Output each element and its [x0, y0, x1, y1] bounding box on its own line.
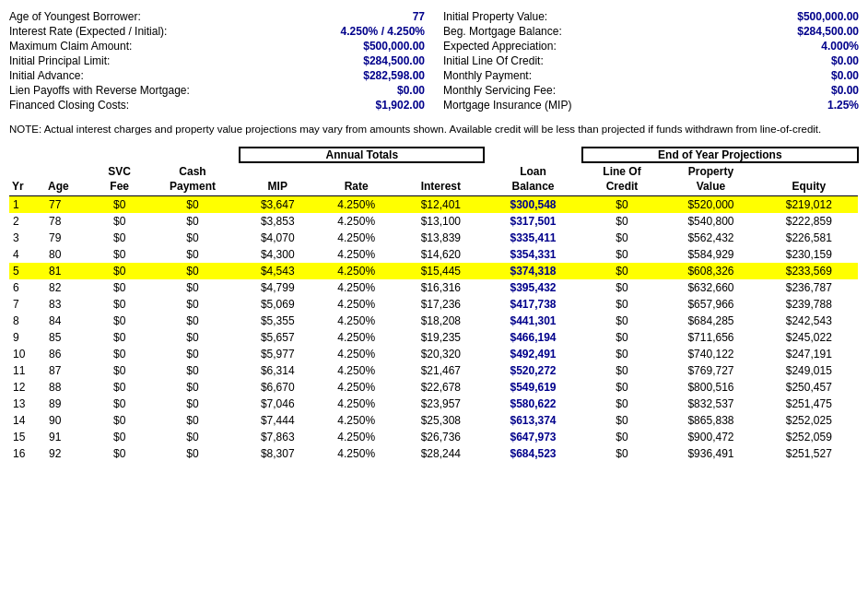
- table-cell: $252,059: [760, 429, 858, 445]
- info-row: Initial Principal Limit:$284,500.00: [9, 53, 425, 68]
- table-cell: $22,678: [397, 379, 484, 396]
- table-cell: $15,445: [397, 263, 484, 279]
- info-value: $0.00: [831, 54, 859, 67]
- table-cell: $0: [146, 412, 240, 429]
- table-cell: 1: [9, 196, 45, 214]
- table-cell: 4.250%: [315, 412, 397, 429]
- info-label: Expected Appreciation:: [443, 40, 557, 53]
- table-cell: $250,457: [760, 379, 858, 396]
- table-cell: 4.250%: [315, 362, 397, 379]
- info-label: Mortgage Insurance (MIP): [443, 99, 571, 112]
- table-cell: $5,657: [240, 329, 315, 346]
- table-cell: $466,194: [484, 329, 581, 346]
- table-cell: $230,159: [760, 246, 858, 263]
- table-cell: $936,491: [662, 445, 759, 462]
- table-cell: $0: [146, 429, 240, 445]
- table-cell: $4,070: [240, 230, 315, 246]
- table-cell: $14,620: [397, 246, 484, 263]
- table-row: 1490$0$0$7,4444.250%$25,308$613,374$0$86…: [9, 412, 858, 429]
- table-cell: 83: [45, 296, 93, 313]
- table-cell: $0: [582, 230, 663, 246]
- table-cell: 77: [45, 196, 93, 214]
- table-row: 278$0$0$3,8534.250%$13,100$317,501$0$540…: [9, 213, 858, 230]
- info-label: Initial Line Of Credit:: [443, 54, 544, 67]
- info-row: Mortgage Insurance (MIP)1.25%: [443, 98, 859, 112]
- table-cell: 90: [45, 412, 93, 429]
- table-cell: $7,046: [240, 396, 315, 412]
- table-cell: $0: [146, 196, 240, 214]
- col-yr: Yr: [9, 162, 45, 196]
- table-cell: $0: [94, 362, 146, 379]
- table-cell: 11: [9, 362, 45, 379]
- table-cell: $0: [582, 263, 663, 279]
- table-cell: $0: [94, 246, 146, 263]
- table-cell: $239,788: [760, 296, 858, 313]
- table-cell: 9: [9, 329, 45, 346]
- col-interest: Interest: [397, 162, 484, 196]
- info-value: 4.000%: [821, 40, 859, 53]
- table-cell: 89: [45, 396, 93, 412]
- table-cell: $8,307: [240, 445, 315, 462]
- table-cell: $19,235: [397, 329, 484, 346]
- table-cell: $865,838: [662, 412, 759, 429]
- table-row: 1086$0$0$5,9774.250%$20,320$492,491$0$74…: [9, 346, 858, 362]
- table-cell: $0: [582, 412, 663, 429]
- table-cell: $584,929: [662, 246, 759, 263]
- table-cell: $4,543: [240, 263, 315, 279]
- table-cell: 4.250%: [315, 313, 397, 329]
- table-cell: $0: [146, 379, 240, 396]
- table-cell: 87: [45, 362, 93, 379]
- info-value: $500,000.00: [363, 40, 425, 53]
- table-cell: 88: [45, 379, 93, 396]
- table-cell: $5,355: [240, 313, 315, 329]
- section-headers-row: Annual Totals End of Year Projections: [9, 148, 858, 162]
- table-cell: $657,966: [662, 296, 759, 313]
- table-cell: $0: [146, 263, 240, 279]
- table-cell: $25,308: [397, 412, 484, 429]
- table-cell: 78: [45, 213, 93, 230]
- table-cell: $20,320: [397, 346, 484, 362]
- table-cell: $4,300: [240, 246, 315, 263]
- col-loan: LoanBalance: [484, 162, 581, 196]
- info-value: 1.25%: [827, 99, 859, 112]
- info-row: Initial Line Of Credit:$0.00: [443, 53, 859, 68]
- spacer-left: [9, 148, 240, 162]
- info-row: Beg. Mortgage Balance:$284,500.00: [443, 24, 859, 39]
- table-cell: $0: [94, 313, 146, 329]
- table-cell: $711,656: [662, 329, 759, 346]
- table-cell: $0: [582, 313, 663, 329]
- table-row: 480$0$0$4,3004.250%$14,620$354,331$0$584…: [9, 246, 858, 263]
- table-cell: $0: [94, 263, 146, 279]
- table-cell: 85: [45, 329, 93, 346]
- info-row: Maximum Claim Amount:$500,000.00: [9, 39, 425, 53]
- table-cell: $245,022: [760, 329, 858, 346]
- table-cell: $0: [146, 296, 240, 313]
- info-row: Lien Payoffs with Reverse Mortgage:$0.00: [9, 83, 425, 98]
- table-cell: 91: [45, 429, 93, 445]
- table-cell: 6: [9, 279, 45, 296]
- col-cash: CashPayment: [146, 162, 240, 196]
- table-cell: 4: [9, 246, 45, 263]
- info-row: Monthly Payment:$0.00: [443, 68, 859, 83]
- table-cell: $0: [94, 346, 146, 362]
- table-cell: $832,537: [662, 396, 759, 412]
- table-cell: $0: [146, 246, 240, 263]
- info-label: Lien Payoffs with Reverse Mortgage:: [9, 84, 190, 97]
- end-year-header: End of Year Projections: [582, 148, 858, 162]
- table-cell: $28,244: [397, 445, 484, 462]
- table-row: 1288$0$0$6,6704.250%$22,678$549,619$0$80…: [9, 379, 858, 396]
- table-cell: $0: [582, 429, 663, 445]
- table-row: 379$0$0$4,0704.250%$13,839$335,411$0$562…: [9, 230, 858, 246]
- table-cell: 79: [45, 230, 93, 246]
- table-cell: 10: [9, 346, 45, 362]
- table-cell: $4,799: [240, 279, 315, 296]
- table-cell: 4.250%: [315, 263, 397, 279]
- table-cell: $236,787: [760, 279, 858, 296]
- table-cell: $233,569: [760, 263, 858, 279]
- info-label: Monthly Servicing Fee:: [443, 84, 556, 97]
- info-row: Age of Youngest Borrower:77: [9, 9, 425, 24]
- table-cell: 81: [45, 263, 93, 279]
- table-cell: $0: [582, 329, 663, 346]
- table-cell: $580,622: [484, 396, 581, 412]
- table-cell: 5: [9, 263, 45, 279]
